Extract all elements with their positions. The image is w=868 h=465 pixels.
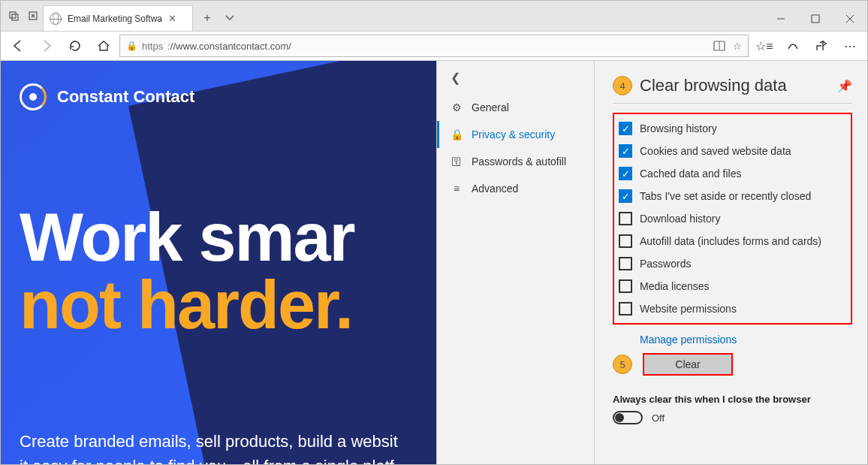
- annotation-badge-5: 5: [613, 355, 632, 374]
- checkbox-icon[interactable]: ✓: [619, 144, 632, 158]
- lock-icon: 🔒: [126, 41, 137, 51]
- checkbox-icon[interactable]: ✓: [619, 167, 632, 180]
- sidebar-item-privacy[interactable]: 🔒 Privacy & security: [437, 121, 594, 148]
- forward-button[interactable]: [34, 33, 59, 59]
- svg-rect-1: [12, 14, 18, 20]
- checkbox-icon[interactable]: [619, 212, 632, 225]
- close-window-button[interactable]: [833, 7, 867, 31]
- url-scheme: https: [142, 41, 163, 52]
- settings-sidebar: ❮ ⚙ General 🔒 Privacy & security ⚿ Passw…: [436, 61, 594, 464]
- clear-options-list: ✓Browsing history ✓Cookies and saved web…: [613, 113, 852, 325]
- hero-subtext: Create branded emails, sell products, bu…: [20, 429, 398, 464]
- sidebar-item-passwords[interactable]: ⚿ Passwords & autofill: [437, 148, 594, 175]
- option-label: Cached data and files: [640, 168, 741, 180]
- subtext-line2: it easy for people to find you—all from …: [20, 457, 394, 464]
- headline-line2: not harder.: [20, 271, 354, 339]
- sidebar-item-advanced[interactable]: ≡ Advanced: [437, 175, 594, 202]
- checkbox-icon[interactable]: [619, 257, 632, 270]
- checkbox-icon[interactable]: ✓: [619, 189, 632, 203]
- brand-name: Constant Contact: [57, 87, 194, 107]
- favorite-icon[interactable]: ☆: [733, 41, 742, 52]
- option-download-history[interactable]: Download history: [617, 207, 848, 230]
- notes-button[interactable]: [780, 33, 806, 59]
- sidebar-label: Privacy & security: [472, 128, 555, 140]
- option-browsing-history[interactable]: ✓Browsing history: [617, 117, 848, 140]
- browser-tab[interactable]: Email Marketing Softwa ✕: [43, 5, 193, 31]
- clear-button-row: 5 Clear: [613, 353, 852, 376]
- option-cached-data[interactable]: ✓Cached data and files: [617, 162, 848, 185]
- browser-window: Email Marketing Softwa ✕ + 🔒 https://www…: [0, 0, 868, 465]
- lock-icon: 🔒: [451, 128, 463, 140]
- option-label: Browsing history: [640, 122, 717, 134]
- svg-rect-0: [10, 12, 16, 18]
- close-tab-icon[interactable]: ✕: [168, 13, 176, 24]
- panel-title: Clear browsing data: [640, 76, 787, 95]
- url-text: ://www.constantcontact.com/: [167, 41, 291, 52]
- window-controls: [764, 7, 867, 31]
- pin-icon[interactable]: 📌: [837, 79, 852, 93]
- back-button[interactable]: [5, 33, 31, 59]
- sidebar-label: Passwords & autofill: [472, 156, 566, 168]
- option-label: Autofill data (includes forms and cards): [640, 235, 821, 247]
- brand-header: Constant Contact: [20, 83, 194, 110]
- new-tab-button[interactable]: +: [196, 5, 219, 31]
- favorites-button[interactable]: ☆≡: [752, 33, 777, 59]
- clear-browsing-data-panel: 4 Clear browsing data 📌 ✓Browsing histor…: [594, 61, 867, 464]
- tab-system-icons: [1, 1, 43, 31]
- svg-rect-4: [812, 15, 819, 23]
- option-label: Website permissions: [640, 303, 737, 315]
- minimize-button[interactable]: [764, 7, 798, 31]
- option-media-licenses[interactable]: Media licenses: [617, 275, 848, 297]
- checkbox-icon[interactable]: [619, 279, 632, 293]
- annotation-badge-4: 4: [613, 76, 632, 95]
- address-bar: 🔒 https://www.constantcontact.com/ ☆ ☆≡ …: [1, 31, 867, 61]
- checkbox-icon[interactable]: [619, 234, 632, 248]
- maximize-button[interactable]: [798, 7, 833, 31]
- globe-icon: [50, 13, 62, 25]
- sidebar-label: Advanced: [472, 183, 518, 195]
- option-autofill[interactable]: Autofill data (includes forms and cards): [617, 230, 848, 252]
- always-clear-toggle-row: Off: [613, 411, 852, 424]
- subtext-line1: Create branded emails, sell products, bu…: [20, 432, 398, 451]
- panel-header: 4 Clear browsing data 📌: [613, 76, 852, 104]
- checkbox-icon[interactable]: [619, 302, 632, 316]
- option-cookies[interactable]: ✓Cookies and saved website data: [617, 140, 848, 162]
- option-passwords[interactable]: Passwords: [617, 252, 848, 275]
- checkbox-icon[interactable]: ✓: [619, 122, 632, 135]
- always-clear-label: Always clear this when I close the brows…: [613, 394, 852, 405]
- home-button[interactable]: [91, 33, 116, 59]
- option-label: Passwords: [640, 258, 691, 270]
- toggle-state-label: Off: [652, 412, 665, 424]
- reading-view-icon[interactable]: [713, 41, 725, 52]
- sliders-icon: ≡: [451, 183, 463, 195]
- refresh-button[interactable]: [62, 33, 88, 59]
- hero-headline: Work smar not harder.: [20, 204, 354, 339]
- brand-logo-icon: [20, 83, 47, 110]
- sidebar-label: General: [472, 101, 509, 113]
- option-label: Media licenses: [640, 280, 710, 292]
- option-tabs-aside[interactable]: ✓Tabs I've set aside or recently closed: [617, 185, 848, 207]
- tab-controls: +: [193, 5, 244, 31]
- sidebar-item-general[interactable]: ⚙ General: [437, 94, 594, 121]
- option-label: Download history: [640, 213, 720, 225]
- gear-icon: ⚙: [451, 101, 463, 113]
- titlebar: Email Marketing Softwa ✕ +: [1, 1, 867, 31]
- option-label: Tabs I've set aside or recently closed: [640, 190, 811, 202]
- headline-line1: Work smar: [20, 204, 354, 271]
- settings-back-button[interactable]: ❮: [437, 61, 594, 94]
- addressbar-right-icons: ☆: [713, 41, 742, 52]
- key-icon: ⚿: [451, 156, 463, 168]
- share-button[interactable]: [809, 33, 834, 59]
- tab-preview-icon[interactable]: [4, 1, 23, 31]
- tab-menu-icon[interactable]: [219, 5, 241, 31]
- option-label: Cookies and saved website data: [640, 145, 791, 157]
- manage-permissions-link[interactable]: Manage permissions: [613, 331, 852, 353]
- option-website-permissions[interactable]: Website permissions: [617, 297, 848, 320]
- url-field[interactable]: 🔒 https://www.constantcontact.com/ ☆: [119, 35, 749, 57]
- tab-title: Email Marketing Softwa: [68, 14, 162, 24]
- more-button[interactable]: ⋯: [837, 33, 863, 59]
- set-aside-tabs-icon[interactable]: [23, 1, 43, 31]
- always-clear-toggle[interactable]: [613, 411, 643, 424]
- clear-button[interactable]: Clear: [643, 353, 733, 376]
